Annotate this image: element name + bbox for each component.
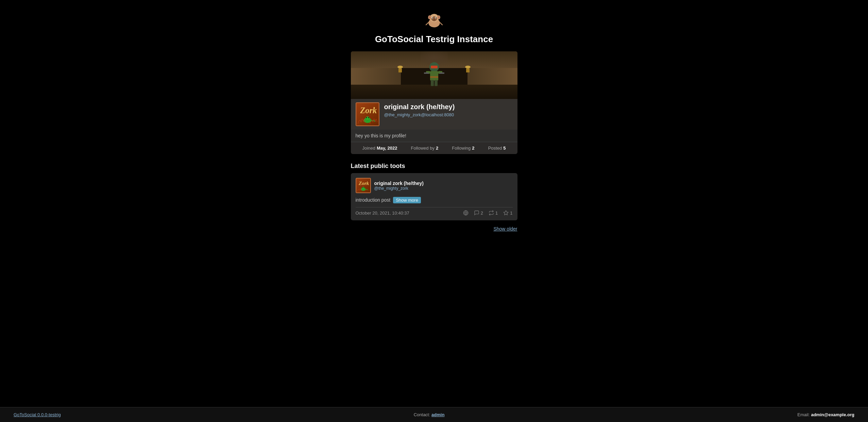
svg-rect-22 xyxy=(435,80,438,86)
toot-author-info: original zork (he/they) @the_mighty_zork xyxy=(374,181,424,191)
toot-visibility-action[interactable] xyxy=(463,210,469,216)
profile-header-image xyxy=(351,51,517,99)
toot-boosts-action[interactable]: 1 xyxy=(489,210,498,216)
followed-by-label: Followed by xyxy=(411,146,435,151)
svg-point-10 xyxy=(435,17,436,18)
site-footer: GoToSocial 0.0.0-testrig Contact: admin … xyxy=(0,407,868,422)
lamp-right-icon xyxy=(465,66,471,72)
stat-following: Following 2 xyxy=(452,146,474,151)
toot-text: introduction post xyxy=(356,197,391,203)
toot-author-name[interactable]: original zork (he/they) xyxy=(374,181,424,186)
email-label: Email: xyxy=(797,412,810,417)
svg-point-36 xyxy=(362,187,363,188)
svg-rect-19 xyxy=(424,72,429,74)
toot-avatar-zork-icon: Zork xyxy=(356,178,370,193)
profile-name-section: original zork (he/they) @the_mighty_zork… xyxy=(384,102,455,117)
svg-line-12 xyxy=(426,22,428,25)
show-older-link[interactable]: Show older xyxy=(493,226,517,232)
toot-content: introduction post Show more xyxy=(356,197,513,204)
profile-avatar: Zork xyxy=(356,102,379,126)
contact-admin-link[interactable]: admin xyxy=(431,412,444,417)
stat-joined: Joined May, 2022 xyxy=(362,146,397,151)
followed-by-count: 2 xyxy=(436,146,438,151)
profile-container: Zork original z xyxy=(351,51,517,154)
lamp-left-icon xyxy=(397,66,403,72)
doom-character-icon xyxy=(424,61,444,88)
avatar-inner: Zork xyxy=(356,102,379,126)
svg-point-37 xyxy=(363,187,364,188)
footer-version: GoToSocial 0.0.0-testrig xyxy=(14,412,61,417)
profile-display-name: original zork (he/they) xyxy=(384,102,455,111)
star-icon xyxy=(503,210,509,216)
svg-rect-23 xyxy=(430,76,438,78)
stat-posted: Posted 5 xyxy=(488,146,506,151)
posted-label: Posted xyxy=(488,146,502,151)
svg-point-29 xyxy=(366,117,367,118)
svg-point-4 xyxy=(428,16,430,19)
toot-avatar-inner: Zork xyxy=(356,178,371,193)
stat-followed-by: Followed by 2 xyxy=(411,146,439,151)
profile-bio: hey yo this is my profile! xyxy=(351,130,517,142)
doom-corridor xyxy=(351,51,517,99)
toot-replies-count: 2 xyxy=(481,210,483,216)
version-link[interactable]: GoToSocial 0.0.0-testrig xyxy=(14,412,61,417)
svg-marker-40 xyxy=(504,210,508,215)
svg-text:Zork: Zork xyxy=(360,106,377,115)
toot-author-handle: @the_mighty_zork xyxy=(374,186,424,191)
svg-rect-16 xyxy=(430,71,438,81)
svg-rect-21 xyxy=(431,80,434,86)
contact-label: Contact: xyxy=(414,412,430,417)
toot-replies-action[interactable]: 2 xyxy=(474,210,483,216)
toot-header: Zork original zork (he/they) @the_mighty… xyxy=(356,178,513,193)
profile-identity: Zork original z xyxy=(351,99,517,130)
page-wrapper: GoToSocial Testrig Instance xyxy=(0,0,868,252)
svg-rect-15 xyxy=(431,66,438,68)
svg-point-5 xyxy=(438,16,440,19)
posted-count: 5 xyxy=(503,146,506,151)
toot-favorites-count: 1 xyxy=(510,210,512,216)
svg-point-28 xyxy=(365,117,369,120)
site-logo-icon xyxy=(424,10,444,31)
reply-icon xyxy=(474,210,479,216)
joined-label: Joined xyxy=(362,146,375,151)
svg-rect-20 xyxy=(440,72,444,74)
toot-card: Zork original zork (he/they) @the_mighty… xyxy=(351,173,517,220)
following-label: Following xyxy=(452,146,471,151)
svg-point-35 xyxy=(362,187,364,189)
toot-boosts-count: 1 xyxy=(495,210,498,216)
svg-point-30 xyxy=(368,117,369,118)
doom-wall-left xyxy=(351,68,401,85)
globe-icon xyxy=(463,210,469,216)
profile-handle: @the_mighty_zork@localhost:8080 xyxy=(384,112,455,117)
show-older-container: Show older xyxy=(351,226,517,232)
footer-email: Email: admin@example.org xyxy=(797,412,854,417)
boost-icon xyxy=(489,210,494,216)
following-count: 2 xyxy=(472,146,474,151)
svg-point-9 xyxy=(432,17,433,18)
toots-section-title: Latest public toots xyxy=(351,163,517,170)
email-address: admin@example.org xyxy=(811,412,854,417)
show-more-button[interactable]: Show more xyxy=(393,197,421,203)
avatar-zork-icon: Zork xyxy=(356,102,379,126)
svg-line-13 xyxy=(440,22,442,25)
toot-favorites-action[interactable]: 1 xyxy=(503,210,512,216)
svg-point-11 xyxy=(433,19,435,19)
toot-avatar[interactable]: Zork xyxy=(356,178,371,193)
svg-text:Zork: Zork xyxy=(358,180,369,186)
site-header: GoToSocial Testrig Instance xyxy=(375,0,493,51)
site-title: GoToSocial Testrig Instance xyxy=(375,34,493,45)
toot-timestamp: October 20, 2021, 10:40:37 xyxy=(356,210,409,216)
profile-stats: Joined May, 2022 Followed by 2 Following… xyxy=(351,142,517,154)
doom-wall-right xyxy=(467,68,517,85)
footer-contact: Contact: admin xyxy=(414,412,445,417)
joined-date: May, 2022 xyxy=(377,146,397,151)
toot-footer: October 20, 2021, 10:40:37 2 xyxy=(356,207,513,216)
